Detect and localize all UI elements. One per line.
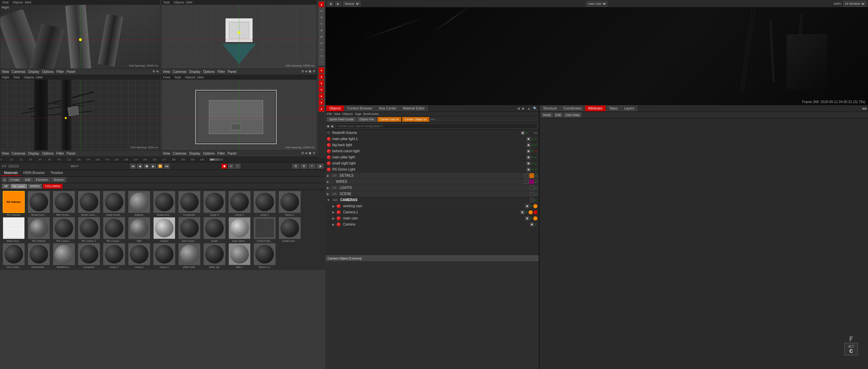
vp-bl-cameras[interactable]: Cameras xyxy=(12,152,26,155)
vp-topleft-menu[interactable]: View Cameras Display Options Filter Pane… xyxy=(0,69,160,75)
btn-wires-filter[interactable]: WIRES xyxy=(28,184,42,189)
btn-user-data[interactable]: User Data xyxy=(564,113,581,117)
btab-materials[interactable]: Materials xyxy=(1,170,21,176)
viewport-bottomright[interactable]: Grid Spacing: 10000 cm View Cameras Disp… xyxy=(161,79,317,157)
mat-icon-1[interactable]: ⊞ xyxy=(2,177,7,182)
mat-pillar-top[interactable]: pillar top xyxy=(202,243,226,269)
btn-all[interactable]: All xyxy=(2,184,9,189)
mat-wires21[interactable]: Wires 2.1 xyxy=(252,243,277,269)
mat-main-stree[interactable]: main stree... xyxy=(227,217,252,242)
tool-r3[interactable]: ● xyxy=(318,80,324,86)
btn-edit[interactable]: Edit xyxy=(554,113,563,117)
attr-item-rsdome[interactable]: RS Dome Light ▣ ✓ ✓ xyxy=(326,167,539,173)
tool-9[interactable]: ✦ xyxy=(318,53,324,59)
rtab-takes[interactable]: Takes xyxy=(606,105,621,111)
tool-move[interactable]: ⊕ xyxy=(318,8,324,14)
mat-comp1[interactable]: comp 1 xyxy=(252,191,277,216)
subtab-bookmarks[interactable]: Bookmarks xyxy=(363,112,378,116)
btn-play-fwd[interactable]: ⏩ xyxy=(157,164,163,169)
cam1-expand[interactable]: ▶ xyxy=(332,211,335,214)
search-toggle-2[interactable]: ◉ xyxy=(331,124,334,128)
vp-tr-view[interactable]: View xyxy=(163,70,170,74)
snl-icon1[interactable]: ▣ xyxy=(527,161,531,166)
btn-center-axis[interactable]: Center Axis to xyxy=(377,117,401,122)
mat-rs-colum[interactable]: RS Colum... xyxy=(52,217,76,242)
vp-icon-2[interactable]: ◈ xyxy=(156,70,159,73)
vp-menu-filter[interactable]: Filter xyxy=(56,70,64,74)
tool-r6[interactable]: ● xyxy=(318,99,324,105)
rtab-attributes[interactable]: Attributes xyxy=(585,105,606,111)
vp-tr-icon-1[interactable]: ⊞ xyxy=(301,70,304,73)
lo-details-icon[interactable] xyxy=(525,174,529,178)
attr-nav-left[interactable]: ◀ xyxy=(516,106,521,110)
mat-comp2[interactable]: comp 2 xyxy=(227,191,252,216)
rtab-layers[interactable]: Layers xyxy=(621,105,637,111)
tool-7[interactable]: ⊟ xyxy=(318,40,324,46)
subtab-view[interactable]: View xyxy=(334,112,340,116)
mpl1-icon1[interactable]: ▣ xyxy=(527,137,531,141)
mat-collum[interactable]: Collum xyxy=(152,217,176,242)
btn-record[interactable]: ⏺ xyxy=(221,164,227,169)
mat-comp3[interactable]: comp 3 xyxy=(202,191,226,216)
timeline-scrubber[interactable] xyxy=(8,165,19,168)
attr-search-row[interactable]: ◉ ◉ xyxy=(326,123,539,130)
attr-nav-up[interactable]: ▲ xyxy=(526,106,532,110)
attr-item-maincam[interactable]: ▶ main cam ▣ ✓ xyxy=(326,215,539,221)
vp-br-panel[interactable]: Panel xyxy=(228,152,237,155)
btn-sprite-field[interactable]: Sprite Field Guide xyxy=(327,117,356,122)
vp-bl-display[interactable]: Display xyxy=(28,152,39,155)
lo-scene-expand[interactable]: ▶ xyxy=(327,192,329,196)
cam-icon1[interactable]: ▣ xyxy=(530,222,534,227)
btn-edit[interactable]: Edit xyxy=(23,177,33,182)
btn-function[interactable]: Function xyxy=(34,177,51,182)
vp-br-menu[interactable]: View Cameras Display Options Filter Pane… xyxy=(161,150,317,156)
tab-material-editor[interactable]: Material Editor xyxy=(400,105,428,111)
btn-mode[interactable]: Mode xyxy=(541,113,553,117)
tab-objects[interactable]: Objects xyxy=(326,105,344,111)
mat-mini-screen2[interactable]: mini scree... xyxy=(177,217,201,242)
rtab-coordinates[interactable]: Coordinates xyxy=(560,105,585,111)
vp-bl-panel[interactable]: Panel xyxy=(67,152,76,155)
mcam-icon1[interactable]: ▣ xyxy=(525,216,529,220)
btn-play[interactable]: ▶ xyxy=(151,164,156,169)
mat-small-scre2[interactable]: small scre... xyxy=(277,217,302,242)
vp-br-display[interactable]: Display xyxy=(189,152,200,155)
vp-menu-view[interactable]: View xyxy=(2,70,9,74)
lo-lights-icon[interactable] xyxy=(530,186,534,190)
group-lo-lights[interactable]: ▶ LO LIGHTS ✓ xyxy=(326,185,539,191)
vp-topright-menu[interactable]: View Cameras Display Options Filter Pane… xyxy=(161,69,317,75)
right-nav-left[interactable]: ◀ xyxy=(862,106,864,110)
tool-r5[interactable]: ● xyxy=(318,93,324,99)
vp-br-icon-2[interactable]: ◈ xyxy=(305,151,308,155)
mat-small[interactable]: small xyxy=(202,217,226,242)
btn-extra-1[interactable]: ⊞ xyxy=(292,164,299,169)
btn-create[interactable]: Create xyxy=(8,177,22,182)
mat-wires-text[interactable]: Wires text... xyxy=(1,217,26,242)
vp-br-icon-4[interactable]: ⚙ xyxy=(313,151,315,155)
btn-extra-4[interactable]: ◪ xyxy=(317,164,323,169)
camera-select[interactable]: main cam xyxy=(586,1,607,6)
render-forward-btn[interactable]: ▶ xyxy=(335,1,341,6)
playback-controls[interactable]: 0 F 360 F ⏮ ◀ ⏹ ▶ ⏩ ⏭ ⏺ A ? ⊞ ⊠ P ◪ xyxy=(0,162,326,170)
vp-br-cameras[interactable]: Cameras xyxy=(173,152,187,155)
mat-pillar-bolts[interactable]: pillar bolts xyxy=(177,243,201,269)
vp-br-filter[interactable]: Filter xyxy=(217,152,225,155)
vp-bl-view[interactable]: View xyxy=(2,152,9,155)
tool-scale[interactable]: ⊗ xyxy=(318,14,324,20)
attr-item-workingcam[interactable]: ▶ working cam ▣ ✓ xyxy=(326,203,539,209)
right-tabs-row[interactable]: Structure Coordinates Attributes Takes L… xyxy=(539,105,868,112)
attr-subtabs[interactable]: File View Objects Tags Bookmarks xyxy=(326,112,539,116)
btn-auto[interactable]: A xyxy=(228,164,234,169)
mat-octane-de[interactable]: Octane/de... xyxy=(26,243,51,269)
btn-columns-filter[interactable]: COLUMNS xyxy=(43,184,62,189)
tool-10[interactable]: ⋮ xyxy=(318,59,324,65)
wires-icon[interactable] xyxy=(525,180,529,184)
mat-detail-scre[interactable]: detail scre... xyxy=(152,191,176,216)
btn-q[interactable]: ? xyxy=(235,164,240,169)
btab-timeline[interactable]: Timeline xyxy=(47,170,65,176)
subtab-file[interactable]: File xyxy=(327,112,332,116)
mat-buttons[interactable]: buttons xyxy=(127,191,151,216)
mpl-icon1[interactable]: ▣ xyxy=(527,155,531,159)
mat-mini-monit[interactable]: mini monit... xyxy=(1,243,26,269)
tool-r1[interactable]: ● xyxy=(318,67,324,73)
